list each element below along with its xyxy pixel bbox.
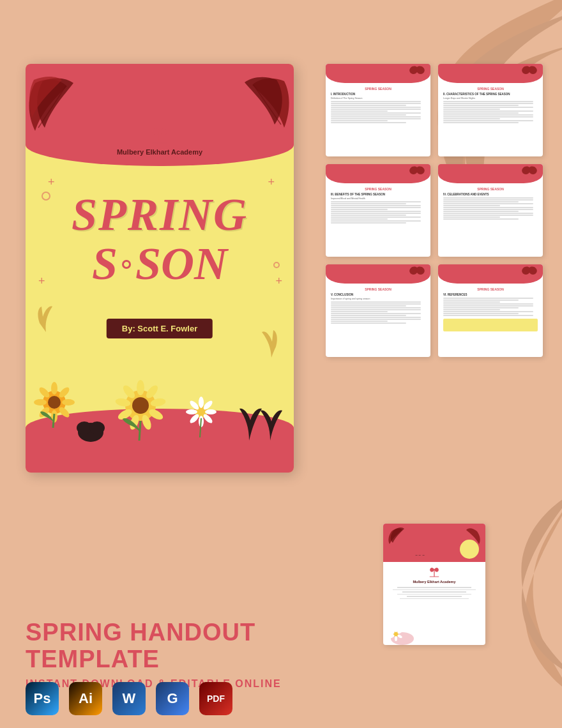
cover-branch-right: [255, 322, 284, 358]
preview-content-1: SPRING SEASON I. INTRODUCTION Definition…: [326, 83, 430, 127]
preview-single-content: Mulbery Elkhart Academy: [383, 562, 485, 604]
svg-point-14: [137, 380, 144, 395]
single-logo-icon: [427, 567, 442, 579]
spring-text: SPRING: [38, 192, 281, 238]
preview-section-2: II. CHARACTERISTICS OF THE SPRING SEASON: [443, 93, 538, 96]
author-badge: By: Scott E. Fowler: [107, 319, 213, 338]
preview-header-6: [438, 264, 543, 284]
main-title: SPRING HANDOUT TEMPLATE: [26, 619, 282, 673]
preview-section-5: V. CONCLUSION: [331, 293, 425, 296]
flower-center: [109, 370, 172, 441]
preview-content-4: SPRING SEASON IV. CELEBRATIONS AND EVENT…: [438, 183, 543, 224]
season-s: S: [92, 238, 118, 291]
preview-doc-1: SPRING SEASON I. INTRODUCTION Definition…: [326, 64, 430, 156]
pdf-icon[interactable]: PDF: [199, 682, 232, 715]
illustrator-icon[interactable]: Ai: [69, 682, 102, 715]
single-bottom-deco: [383, 623, 485, 645]
preview-content-3: SPRING SEASON III. BENEFITS OF THE SPRIN…: [326, 183, 430, 227]
references-background: [443, 319, 538, 331]
preview-lines-3: [331, 201, 425, 224]
svg-point-37: [395, 627, 397, 632]
preview-lines-6: [443, 298, 538, 331]
preview-doc-3: SPRING SEASON III. BENEFITS OF THE SPRIN…: [326, 164, 430, 257]
preview-title-4: SPRING SEASON: [443, 187, 538, 191]
flower-left: [29, 370, 80, 428]
decorative-plus-1: +: [48, 176, 55, 189]
svg-point-13: [132, 397, 149, 414]
preview-content-6: SPRING SEASON VI. REFERENCES: [438, 284, 543, 335]
preview-leaf-6: [520, 266, 539, 282]
preview-header-4: [438, 164, 543, 183]
word-icon[interactable]: W: [112, 682, 146, 715]
svg-point-26: [205, 409, 216, 414]
preview-title-5: SPRING SEASON: [331, 287, 425, 291]
preview-lines-1: [331, 101, 425, 123]
preview-docs-grid: SPRING SEASON I. INTRODUCTION Definition…: [326, 64, 543, 357]
bottom-text-section: SPRING HANDOUT TEMPLATE INSTANT DOWNLOAD…: [26, 619, 282, 690]
preview-section-1: I. INTRODUCTION: [331, 93, 425, 96]
single-contact-lines: [388, 587, 480, 599]
preview-title-3: SPRING SEASON: [331, 187, 425, 191]
preview-header-3: [326, 164, 430, 183]
preview-leaf-5: [407, 266, 427, 282]
single-academy-name: Mulbery Elkhart Academy: [388, 580, 480, 584]
svg-point-24: [199, 397, 204, 408]
photoshop-icon[interactable]: Ps: [26, 682, 59, 715]
single-leaf-left: [386, 525, 412, 547]
svg-point-4: [51, 382, 57, 395]
preview-content-5: SPRING SEASON V. CONCLUSION Importance o…: [326, 284, 430, 328]
preview-header-5: [326, 264, 430, 284]
svg-point-30: [186, 409, 197, 414]
preview-section-6: VI. REFERENCES: [443, 293, 538, 296]
svg-point-40: [395, 636, 397, 641]
preview-content-2: SPRING SEASON II. CHARACTERISTICS OF THE…: [438, 83, 543, 127]
cover-title: SPRING S SON: [38, 192, 281, 291]
cover-branch-left: [33, 300, 59, 332]
preview-lines-4: [443, 197, 538, 220]
cover-leaf-right: [214, 67, 291, 137]
preview-leaf-1: [407, 66, 427, 82]
cover-bottom-decoration: [26, 345, 294, 473]
preview-doc-6: SPRING SEASON VI. REFERENCES: [438, 264, 543, 357]
academy-name: Mulbery Elkhart Academy: [117, 148, 202, 156]
bush-left: [77, 410, 105, 442]
svg-point-3: [48, 396, 61, 409]
decorative-plus-2: +: [268, 176, 275, 189]
cover-card: Mulbery Elkhart Academy + + + + SPRING S…: [26, 64, 294, 473]
preview-title-2: SPRING SEASON: [443, 87, 538, 91]
preview-doc-5: SPRING SEASON V. CONCLUSION Importance o…: [326, 264, 430, 357]
preview-single-header: ∼ ∼ ∼: [383, 524, 485, 562]
preview-section-3: III. BENEFITS OF THE SPRING SEASON: [331, 193, 425, 196]
software-icons-row: Ps Ai W G PDF: [26, 682, 232, 715]
preview-header-1: [326, 64, 430, 83]
preview-title-1: SPRING SEASON: [331, 87, 425, 91]
cover-logo-area: Mulbery Elkhart Academy: [117, 128, 202, 156]
preview-section-4: IV. CELEBRATIONS AND EVENTS: [443, 193, 538, 196]
preview-leaf-3: [407, 166, 427, 182]
preview-doc-4: SPRING SEASON IV. CELEBRATIONS AND EVENT…: [438, 164, 543, 257]
preview-doc-2: SPRING SEASON II. CHARACTERISTICS OF THE…: [438, 64, 543, 156]
preview-lines-5: [331, 301, 425, 324]
season-rest: SON: [135, 238, 227, 291]
svg-point-10: [34, 399, 47, 406]
preview-lines-2: [443, 101, 538, 123]
preview-leaf-4: [520, 166, 539, 182]
preview-birds: ∼ ∼ ∼: [415, 553, 425, 557]
preview-single-card: ∼ ∼ ∼ Mulbery Elkhart Academy: [383, 524, 485, 645]
preview-header-2: [438, 64, 543, 83]
season-circle-o: [122, 260, 131, 269]
preview-single-sun: [460, 540, 479, 559]
single-flower-deco: [383, 623, 485, 645]
cover-leaf-left: [29, 67, 112, 144]
academy-logo-icon: [147, 128, 172, 146]
google-docs-icon[interactable]: G: [156, 682, 189, 715]
svg-point-6: [62, 399, 75, 406]
daisy-1: [179, 386, 224, 437]
svg-point-34: [89, 421, 105, 434]
preview-title-6: SPRING SEASON: [443, 287, 538, 291]
preview-leaf-2: [520, 66, 539, 82]
plant-dark-right: [252, 399, 287, 441]
